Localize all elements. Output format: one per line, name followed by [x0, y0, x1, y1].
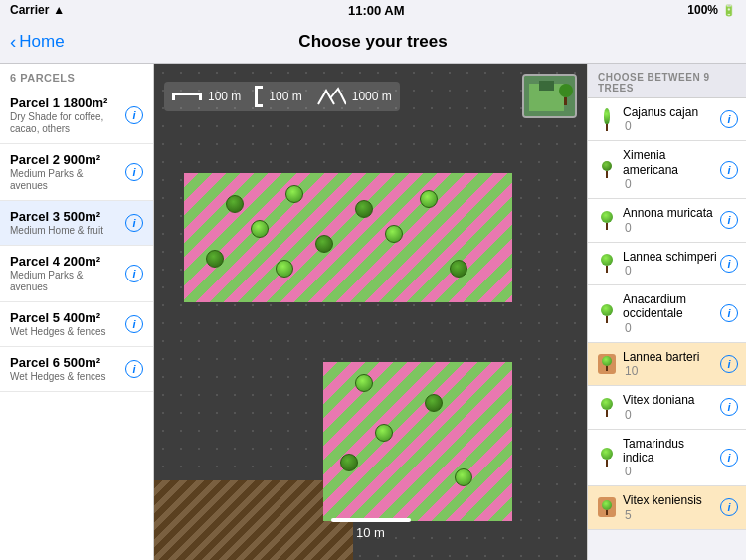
wifi-icon: ▲	[53, 3, 65, 17]
parcel-4-info-btn[interactable]: i	[125, 265, 143, 282]
tree-lannea-b-info-btn[interactable]: i	[720, 355, 738, 373]
right-sidebar: CHOOSE BETWEEN 9 TREES Cajanus cajan 0 i	[587, 64, 746, 560]
tree-icon-vitex-k	[596, 493, 618, 521]
scale-bar: 100 m 100 m 1000 m	[164, 82, 400, 111]
tree-map-9	[274, 258, 295, 280]
bottom-scale-label: 10 m	[356, 525, 385, 540]
tree-map-8	[204, 248, 226, 270]
page-title: Choose your trees	[298, 32, 447, 52]
tree-item-cajanus[interactable]: Cajanus cajan 0 i	[588, 98, 746, 141]
tree-item-ximenia[interactable]: Ximenia americana 0 i	[588, 141, 746, 199]
back-button[interactable]: ‹ Home	[10, 31, 65, 53]
status-bar: Carrier ▲ 11:00 AM 100% 🔋	[0, 0, 746, 20]
tree-tamarindus-info-btn[interactable]: i	[720, 449, 738, 467]
tree-map-3	[353, 198, 375, 220]
status-time: 11:00 AM	[348, 3, 405, 18]
map-area[interactable]: 100 m 100 m 1000 m	[154, 64, 587, 560]
parcel-item-1[interactable]: Parcel 1 1800m² Dry Shade for coffee, ca…	[0, 88, 153, 144]
map-thumbnail	[522, 74, 577, 118]
tree-icon-lannea-s	[596, 250, 618, 278]
tree-map-7	[383, 223, 405, 245]
tree-icon-tamarindus	[596, 444, 618, 471]
tree-item-lannea-s[interactable]: Lannea schimperi 0 i	[588, 243, 746, 285]
parcel-2-info-btn[interactable]: i	[125, 163, 143, 181]
parcel-1-info-btn[interactable]: i	[125, 106, 143, 124]
main-layout: 6 PARCELS Parcel 1 1800m² Dry Shade for …	[0, 64, 746, 560]
carrier-label: Carrier	[10, 3, 49, 17]
tree-item-vitex-d[interactable]: Vitex doniana 0 i	[588, 386, 746, 429]
tree-item-tamarindus[interactable]: Tamarindus indica 0 i	[588, 430, 746, 487]
tree-map-4	[418, 188, 440, 210]
tree-map-14	[338, 452, 360, 473]
parcel-item-3[interactable]: Parcel 3 500m² Medium Home & fruit i	[0, 201, 153, 246]
svg-rect-2	[539, 81, 554, 91]
tree-ximenia-info-btn[interactable]: i	[720, 161, 738, 179]
tree-icon-lannea-b	[596, 350, 618, 378]
tree-map-2	[283, 183, 305, 205]
scale-100m-v: 100 m	[255, 86, 301, 107]
status-left: Carrier ▲	[10, 3, 65, 17]
back-label: Home	[19, 32, 64, 52]
nav-bar: ‹ Home Choose your trees	[0, 20, 746, 64]
parcel-item-5[interactable]: Parcel 5 400m² Wet Hedges & fences i	[0, 302, 153, 347]
tree-item-annona[interactable]: Annona muricata 0 i	[588, 199, 746, 242]
battery-icon: 🔋	[722, 4, 736, 17]
svg-rect-4	[564, 97, 567, 105]
tree-lannea-s-info-btn[interactable]: i	[720, 255, 738, 273]
tree-map-6	[313, 233, 335, 255]
back-chevron-icon: ‹	[10, 31, 16, 53]
tree-anacardium-info-btn[interactable]: i	[720, 304, 738, 322]
parcel-item-6[interactable]: Parcel 6 500m² Wet Hedges & fences i	[0, 347, 153, 392]
tree-vitex-d-info-btn[interactable]: i	[720, 398, 738, 416]
tree-map-13	[373, 422, 395, 444]
tree-icon-cajanus	[596, 105, 618, 133]
parcel-5-info-btn[interactable]: i	[125, 315, 143, 333]
map-overlay-top: 100 m 100 m 1000 m	[164, 74, 577, 118]
tree-map-11	[353, 372, 375, 394]
tree-cajanus-info-btn[interactable]: i	[720, 110, 738, 128]
parcel-item-4[interactable]: Parcel 4 200m² Medium Parks & avenues i	[0, 246, 153, 302]
tree-icon-ximenia	[596, 156, 618, 184]
tree-map-12	[423, 392, 445, 414]
status-right: 100% 🔋	[687, 3, 736, 17]
tree-map-5	[249, 218, 271, 240]
parcels-header: 6 PARCELS	[0, 64, 153, 88]
parcel-6-info-btn[interactable]: i	[125, 360, 143, 378]
tree-map-1	[224, 193, 246, 215]
parcel-item-2[interactable]: Parcel 2 900m² Medium Parks & avenues i	[0, 144, 153, 201]
tree-map-10	[448, 258, 469, 280]
scale-100m-h: 100 m	[172, 90, 241, 103]
scale-1000m: 1000 m	[316, 87, 392, 106]
tree-annona-info-btn[interactable]: i	[720, 211, 738, 229]
svg-point-3	[559, 84, 573, 97]
tree-icon-annona	[596, 206, 618, 234]
battery-label: 100%	[687, 3, 718, 17]
parcel-3-info-btn[interactable]: i	[125, 214, 143, 232]
tree-item-lannea-b[interactable]: Lannea barteri 10 i	[588, 343, 746, 386]
left-sidebar: 6 PARCELS Parcel 1 1800m² Dry Shade for …	[0, 64, 154, 560]
bottom-scale: 10 m	[331, 518, 411, 540]
tree-vitex-k-info-btn[interactable]: i	[720, 498, 738, 516]
scale-bar-bottom	[331, 518, 411, 522]
trees-header: CHOOSE BETWEEN 9 TREES	[588, 64, 746, 98]
tree-item-vitex-k[interactable]: Vitex keniensis 5 i	[588, 486, 746, 529]
tree-icon-anacardium	[596, 299, 618, 327]
tree-item-anacardium[interactable]: Anacardium occidentale 0 i	[588, 285, 746, 343]
tree-icon-vitex-d	[596, 393, 618, 421]
tree-map-15	[453, 467, 474, 488]
parcel-bottom-right	[323, 362, 512, 521]
